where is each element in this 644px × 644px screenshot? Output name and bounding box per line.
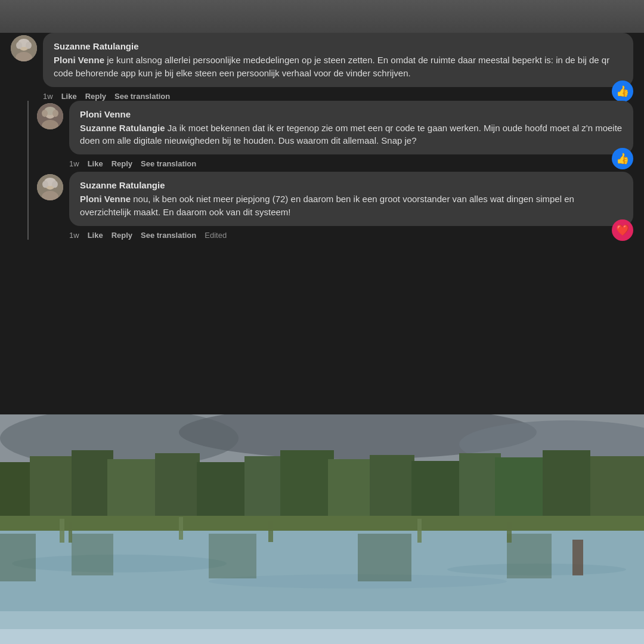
comment-text-1: Ploni Venne je kunt alsnog allerlei pers…	[54, 54, 623, 80]
svg-rect-29	[358, 534, 411, 581]
comment-block-2: Ploni Venne Suzanne Ratulangie Ja ik moe…	[37, 101, 633, 155]
svg-rect-34	[268, 521, 273, 542]
avatar-suzanne-2	[37, 174, 63, 200]
thumbs-up-icon-2: 👍	[616, 152, 629, 165]
like-reaction-2[interactable]: 👍	[612, 148, 633, 169]
comment-body-1: je kunt alsnog allerlei persoonlijke med…	[54, 55, 609, 78]
svg-point-50	[42, 110, 48, 117]
top-bar	[0, 0, 644, 33]
comment-time-2: 1w	[69, 159, 79, 168]
avatar-ploni-1	[37, 103, 63, 129]
svg-rect-36	[507, 522, 512, 543]
comment-body-3: nou, ik ben ook niet meer piepjong (72) …	[80, 194, 574, 217]
svg-point-51	[52, 110, 58, 117]
comment-block-1: Suzanne Ratulangie Ploni Venne je kunt a…	[11, 33, 633, 87]
like-button-1[interactable]: Like	[61, 92, 77, 101]
comment-author-2: Ploni Venne	[80, 109, 623, 119]
comment-text-2: Suzanne Ratulangie Ja ik moet bekennen d…	[80, 122, 623, 148]
svg-rect-33	[179, 517, 183, 540]
like-reaction-1[interactable]: 👍	[612, 80, 633, 102]
comment-text-3: Ploni Venne nou, ik ben ook niet meer pi…	[80, 193, 623, 219]
heart-reaction-3[interactable]: ❤️	[612, 219, 633, 241]
comment-time-3: 1w	[69, 231, 79, 240]
svg-rect-38	[0, 629, 644, 644]
reply-button-2[interactable]: Reply	[112, 159, 132, 168]
svg-rect-27	[72, 534, 113, 575]
svg-rect-26	[0, 534, 36, 581]
comments-overlay: Suzanne Ratulangie Ploni Venne je kunt a…	[11, 33, 633, 240]
thumbs-up-icon-1: 👍	[616, 85, 629, 98]
svg-point-23	[12, 555, 227, 572]
see-translation-button-3[interactable]: See translation	[141, 231, 196, 240]
nested-replies-group: Ploni Venne Suzanne Ratulangie Ja ik moe…	[27, 101, 633, 240]
comment-wrapper-2: Ploni Venne Suzanne Ratulangie Ja ik moe…	[37, 101, 633, 169]
svg-rect-30	[507, 534, 552, 578]
comment-mention-1: Ploni Venne	[54, 55, 104, 65]
svg-rect-31	[60, 519, 64, 543]
svg-rect-28	[209, 534, 256, 578]
comment-bubble-2: Ploni Venne Suzanne Ratulangie Ja ik moe…	[69, 101, 633, 155]
comment-actions-3: 1w Like Reply See translation Edited ❤️	[37, 231, 633, 240]
comment-mention-3: Ploni Venne	[80, 194, 131, 204]
comment-author-1: Suzanne Ratulangie	[54, 41, 623, 51]
comment-block-3: Suzanne Ratulangie Ploni Venne nou, ik b…	[37, 172, 633, 226]
comment-bubble-3: Suzanne Ratulangie Ploni Venne nou, ik b…	[69, 172, 633, 226]
comment-actions-1: 1w Like Reply See translation 👍	[11, 92, 633, 101]
like-button-3[interactable]: Like	[88, 231, 103, 240]
svg-rect-32	[69, 522, 72, 543]
comment-wrapper-1: Suzanne Ratulangie Ploni Venne je kunt a…	[11, 33, 633, 101]
see-translation-button-1[interactable]: See translation	[114, 92, 170, 101]
comment-mention-2: Suzanne Ratulangie	[80, 123, 165, 133]
landscape-background	[0, 414, 644, 644]
avatar-suzanne-1	[11, 35, 37, 61]
reply-button-3[interactable]: Reply	[112, 231, 132, 240]
svg-point-45	[26, 42, 32, 49]
svg-point-57	[52, 181, 58, 188]
reply-button-1[interactable]: Reply	[85, 92, 106, 101]
svg-rect-39	[572, 540, 583, 575]
edited-label-3: Edited	[205, 231, 227, 240]
comment-actions-2: 1w Like Reply See translation 👍	[37, 159, 633, 168]
like-button-2[interactable]: Like	[88, 159, 103, 168]
comment-bubble-1: Suzanne Ratulangie Ploni Venne je kunt a…	[43, 33, 633, 87]
svg-point-44	[16, 42, 22, 49]
comment-time-1: 1w	[43, 92, 53, 101]
svg-rect-35	[417, 519, 422, 543]
svg-point-56	[42, 181, 48, 188]
comment-author-3: Suzanne Ratulangie	[80, 180, 623, 190]
comment-wrapper-3: Suzanne Ratulangie Ploni Venne nou, ik b…	[37, 172, 633, 240]
heart-icon-3: ❤️	[616, 224, 629, 237]
see-translation-button-2[interactable]: See translation	[141, 159, 196, 168]
